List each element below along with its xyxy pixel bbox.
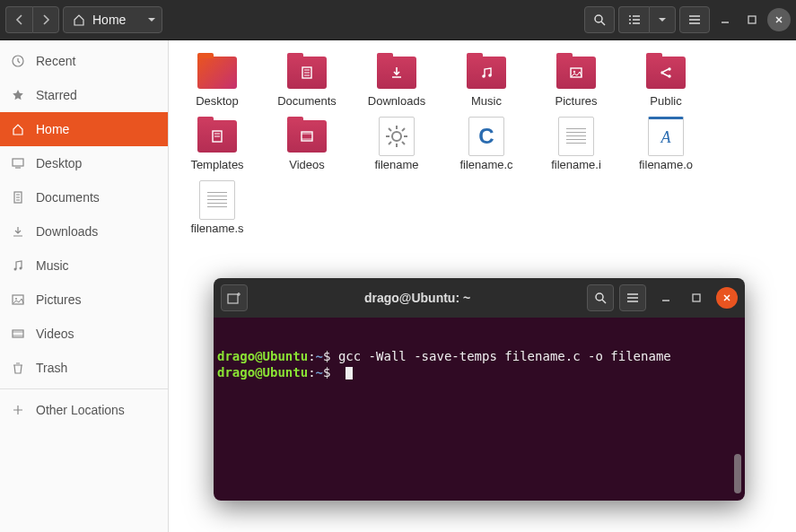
forward-button[interactable] — [32, 6, 59, 33]
svg-point-23 — [392, 132, 401, 141]
documents-icon — [11, 191, 25, 204]
close-button[interactable] — [767, 8, 791, 31]
terminal-search-button[interactable] — [587, 284, 614, 311]
sidebar-item-downloads[interactable]: Downloads — [0, 214, 168, 249]
back-button[interactable] — [5, 6, 32, 33]
folder-icon — [287, 57, 327, 89]
minimize-button[interactable] — [713, 8, 737, 31]
file-label: Videos — [289, 158, 325, 171]
folder-icon — [197, 120, 237, 153]
file-item[interactable]: Documents — [266, 51, 348, 111]
folder-icon — [646, 57, 686, 89]
maximize-button[interactable] — [740, 8, 764, 31]
svg-line-34 — [602, 300, 606, 303]
file-label: Templates — [190, 158, 243, 171]
c-file-icon: C — [468, 117, 504, 156]
file-item[interactable]: Downloads — [355, 51, 438, 111]
file-item[interactable]: filename.i — [535, 115, 617, 175]
file-item[interactable]: Pictures — [535, 51, 617, 111]
sidebar-label: Downloads — [36, 224, 98, 239]
svg-point-11 — [15, 298, 17, 300]
sidebar-item-starred[interactable]: Starred — [0, 78, 168, 112]
new-tab-button[interactable] — [221, 284, 248, 311]
svg-point-8 — [14, 268, 17, 271]
star-icon — [11, 89, 25, 101]
file-label: filename.o — [639, 158, 693, 171]
close-icon — [774, 15, 783, 24]
text-file-icon — [199, 180, 235, 220]
sidebar-item-recent[interactable]: Recent — [0, 44, 168, 78]
sidebar-item-trash[interactable]: Trash — [0, 351, 168, 385]
sidebar-label: Home — [36, 122, 69, 136]
sidebar-item-videos[interactable]: Videos — [0, 317, 168, 351]
view-buttons — [618, 6, 676, 33]
text-file-icon — [558, 117, 594, 156]
terminal-line: drago@Ubuntu:~$ gcc -Wall -save-temps fi… — [217, 348, 741, 364]
terminal-header[interactable]: drago@Ubuntu: ~ — [214, 278, 745, 318]
chevron-right-icon — [41, 14, 50, 25]
terminal-minimize-button[interactable] — [655, 287, 677, 309]
sidebar-item-pictures[interactable]: Pictures — [0, 283, 168, 317]
terminal-scrollbar[interactable] — [734, 454, 741, 493]
file-label: Public — [650, 94, 681, 108]
path-bar[interactable]: Home — [63, 6, 162, 33]
executable-icon — [379, 117, 415, 156]
file-item[interactable]: Videos — [266, 115, 348, 175]
maximize-icon — [692, 293, 701, 302]
sidebar-label: Documents — [36, 190, 100, 205]
menu-icon — [688, 14, 701, 25]
new-tab-icon — [227, 292, 241, 304]
file-label: filename.s — [190, 222, 243, 235]
folder-icon — [467, 57, 506, 89]
terminal-close-button[interactable] — [716, 287, 738, 309]
svg-rect-22 — [302, 132, 312, 141]
file-label: Music — [471, 94, 502, 108]
hamburger-button[interactable] — [679, 6, 710, 33]
file-label: filename.c — [459, 158, 512, 171]
view-dropdown-button[interactable] — [649, 6, 676, 33]
list-view-button[interactable] — [618, 6, 649, 33]
sidebar-item-other-locations[interactable]: Other Locations — [0, 393, 168, 427]
downloads-icon — [11, 225, 25, 238]
minimize-icon — [661, 293, 670, 302]
file-manager-header: Home — [0, 0, 796, 40]
cursor — [346, 367, 353, 379]
file-item[interactable]: Templates — [176, 115, 258, 175]
path-dropdown[interactable] — [147, 17, 156, 22]
sidebar-item-documents[interactable]: Documents — [0, 180, 168, 214]
terminal-maximize-button[interactable] — [686, 287, 707, 309]
terminal-menu-button[interactable] — [619, 284, 646, 311]
terminal-window: drago@Ubuntu: ~ drago@Ubuntu:~$ gcc -Wal… — [214, 278, 745, 501]
svg-rect-5 — [13, 159, 23, 166]
pictures-icon — [11, 293, 25, 306]
sidebar-item-desktop[interactable]: Desktop — [0, 146, 168, 180]
triangle-down-icon — [147, 17, 156, 22]
file-label: filename.i — [551, 158, 601, 171]
search-button[interactable] — [584, 6, 615, 33]
file-item[interactable]: Public — [625, 51, 707, 111]
maximize-icon — [748, 15, 757, 24]
svg-line-30 — [402, 128, 405, 131]
sidebar-label: Music — [36, 258, 69, 273]
folder-icon — [287, 120, 327, 153]
sidebar-item-music[interactable]: Music — [0, 249, 168, 283]
file-item[interactable]: Cfilename.c — [445, 115, 528, 175]
file-item[interactable]: Afilename.o — [625, 115, 707, 175]
svg-rect-32 — [228, 294, 238, 303]
file-item[interactable]: Music — [445, 51, 528, 111]
svg-line-31 — [389, 142, 391, 144]
file-item[interactable]: filename — [355, 115, 438, 175]
svg-line-29 — [402, 142, 405, 144]
sidebar-label: Videos — [36, 327, 74, 341]
videos-icon — [11, 327, 25, 340]
search-icon — [594, 292, 607, 304]
svg-point-0 — [595, 15, 602, 22]
svg-point-17 — [573, 71, 575, 73]
terminal-body[interactable]: drago@Ubuntu:~$ gcc -Wall -save-temps fi… — [214, 318, 745, 501]
file-item[interactable]: Desktop — [176, 51, 258, 111]
file-label: filename — [374, 158, 418, 171]
sidebar-item-home[interactable]: Home — [0, 112, 168, 146]
file-item[interactable]: filename.s — [176, 179, 258, 239]
svg-rect-36 — [693, 294, 700, 301]
file-label: Desktop — [196, 94, 239, 108]
